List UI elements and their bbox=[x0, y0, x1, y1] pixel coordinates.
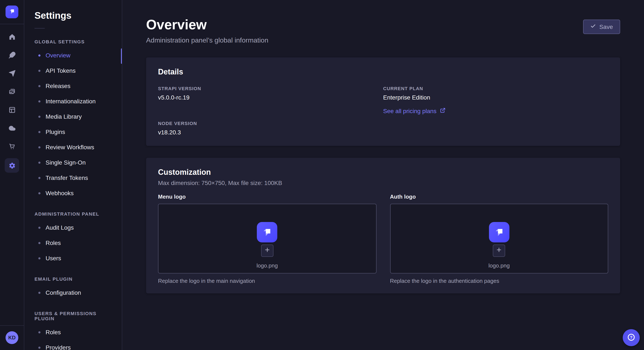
sidebar-item-label: Review Workflows bbox=[46, 144, 94, 151]
help-question-icon: ? bbox=[627, 333, 636, 343]
cloud-icon[interactable] bbox=[6, 122, 18, 134]
sidebar-item-releases[interactable]: Releases bbox=[24, 78, 122, 94]
bullet-icon bbox=[38, 192, 40, 194]
email-plugin-list: Configuration bbox=[24, 285, 122, 300]
plus-icon bbox=[496, 247, 502, 254]
auth-logo-add-button[interactable] bbox=[493, 245, 505, 257]
active-item-indicator bbox=[121, 48, 122, 64]
icon-rail: KD bbox=[0, 0, 24, 350]
save-button-label: Save bbox=[599, 23, 613, 30]
bullet-icon bbox=[38, 85, 40, 87]
sidebar-item-label: Audit Logs bbox=[46, 224, 74, 231]
page-subtitle: Administration panel’s global informatio… bbox=[146, 37, 268, 44]
bullet-icon bbox=[38, 100, 40, 102]
sidebar-item-up-providers[interactable]: Providers bbox=[24, 340, 122, 350]
current-plan-field: CURRENT PLAN Enterprise Edition bbox=[383, 86, 608, 101]
sidebar-item-label: Webhooks bbox=[46, 190, 74, 196]
customization-card: Customization Max dimension: 750×750, Ma… bbox=[146, 158, 620, 293]
sidebar-item-label: Media Library bbox=[46, 113, 82, 120]
svg-text:?: ? bbox=[630, 335, 632, 339]
rail-bottom: KD bbox=[0, 325, 24, 350]
feather-icon[interactable] bbox=[6, 48, 18, 61]
pricing-plans-link[interactable]: See all pricing plans bbox=[383, 108, 446, 114]
sidebar-item-review-workflows[interactable]: Review Workflows bbox=[24, 140, 122, 155]
sidebar-item-label: Single Sign-On bbox=[46, 159, 86, 166]
auth-logo-caption: Replace the logo in the authentication p… bbox=[390, 278, 608, 284]
details-card-title: Details bbox=[158, 68, 608, 77]
bullet-icon bbox=[38, 177, 40, 179]
paper-plane-icon[interactable] bbox=[6, 67, 18, 80]
bullet-icon bbox=[38, 161, 40, 164]
strapi-logo-icon bbox=[8, 7, 16, 16]
sidebar-item-admin-users[interactable]: Users bbox=[24, 250, 122, 266]
users-permissions-list: Roles Providers bbox=[24, 325, 122, 350]
page-title: Overview bbox=[146, 17, 268, 33]
menu-logo-label: Menu logo bbox=[158, 193, 376, 200]
home-icon[interactable] bbox=[6, 30, 18, 43]
menu-logo-upload: Menu logo bbox=[158, 193, 376, 284]
auth-logo-dropzone[interactable]: logo.png bbox=[390, 204, 608, 273]
menu-logo-image bbox=[257, 222, 278, 242]
app-window: KD Settings GLOBAL SETTINGS Overview API… bbox=[0, 0, 644, 350]
settings-gear-icon[interactable] bbox=[5, 158, 19, 173]
bullet-icon bbox=[38, 292, 40, 294]
details-right-column: CURRENT PLAN Enterprise Edition See all … bbox=[383, 86, 608, 136]
sidebar-item-webhooks[interactable]: Webhooks bbox=[24, 185, 122, 201]
bullet-icon bbox=[38, 242, 40, 244]
sidebar-item-label: Internationalization bbox=[46, 98, 96, 105]
bullet-icon bbox=[38, 70, 40, 72]
administration-panel-list: Audit Logs Roles Users bbox=[24, 220, 122, 266]
sidebar-item-transfer-tokens[interactable]: Transfer Tokens bbox=[24, 170, 122, 185]
sidebar-item-overview[interactable]: Overview bbox=[24, 48, 122, 63]
sidebar-item-label: Roles bbox=[46, 239, 61, 246]
settings-sidebar: Settings GLOBAL SETTINGS Overview API To… bbox=[24, 0, 122, 350]
current-plan-value: Enterprise Edition bbox=[383, 94, 608, 101]
bullet-icon bbox=[38, 146, 40, 148]
menu-logo-dropzone[interactable]: logo.png bbox=[158, 204, 376, 273]
layout-icon[interactable] bbox=[6, 103, 18, 116]
bullet-icon bbox=[38, 257, 40, 259]
sidebar-item-label: Providers bbox=[46, 344, 71, 350]
section-header-global-settings: GLOBAL SETTINGS bbox=[34, 39, 112, 44]
sidebar-item-api-tokens[interactable]: API Tokens bbox=[24, 63, 122, 78]
sidebar-item-label: Plugins bbox=[46, 128, 65, 135]
node-version-label: NODE VERSION bbox=[158, 121, 383, 126]
avatar[interactable]: KD bbox=[6, 331, 18, 344]
menu-logo-add-button[interactable] bbox=[261, 245, 274, 257]
sidebar-item-single-sign-on[interactable]: Single Sign-On bbox=[24, 155, 122, 170]
sidebar-item-up-roles[interactable]: Roles bbox=[24, 325, 122, 340]
sidebar-item-admin-roles[interactable]: Roles bbox=[24, 235, 122, 250]
page-header: Overview Administration panel’s global i… bbox=[122, 0, 644, 44]
sidebar-item-label: Overview bbox=[46, 52, 70, 59]
external-link-icon bbox=[440, 108, 446, 114]
sidebar-item-audit-logs[interactable]: Audit Logs bbox=[24, 220, 122, 235]
media-library-icon[interactable] bbox=[6, 85, 18, 98]
sidebar-item-media-library[interactable]: Media Library bbox=[24, 109, 122, 124]
strapi-version-value: v5.0.0-rc.19 bbox=[158, 94, 383, 101]
marketplace-cart-icon[interactable] bbox=[6, 140, 18, 153]
bullet-icon bbox=[38, 347, 40, 349]
section-header-email-plugin: EMAIL PLUGIN bbox=[34, 276, 112, 282]
details-card: Details STRAPI VERSION v5.0.0-rc.19 NODE… bbox=[146, 57, 620, 146]
save-button[interactable]: Save bbox=[583, 19, 620, 34]
plus-icon bbox=[264, 247, 270, 254]
node-version-value: v18.20.3 bbox=[158, 129, 383, 136]
sidebar-item-email-configuration[interactable]: Configuration bbox=[24, 285, 122, 300]
title-divider bbox=[34, 28, 45, 28]
bullet-icon bbox=[38, 331, 40, 333]
sidebar-item-internationalization[interactable]: Internationalization bbox=[24, 94, 122, 109]
sidebar-item-plugins[interactable]: Plugins bbox=[24, 124, 122, 140]
strapi-logo-button[interactable] bbox=[6, 5, 18, 18]
menu-logo-filename: logo.png bbox=[256, 262, 278, 269]
rail-nav bbox=[0, 24, 24, 325]
bullet-icon bbox=[38, 226, 40, 229]
help-button[interactable]: ? bbox=[623, 329, 640, 346]
auth-logo-image bbox=[489, 222, 510, 242]
strapi-logo-icon bbox=[261, 226, 273, 238]
details-grid: STRAPI VERSION v5.0.0-rc.19 NODE VERSION… bbox=[158, 86, 608, 136]
sidebar-item-label: Releases bbox=[46, 82, 70, 89]
check-icon bbox=[590, 23, 596, 30]
sidebar-item-label: API Tokens bbox=[46, 67, 76, 74]
customization-title: Customization bbox=[158, 168, 608, 177]
strapi-version-field: STRAPI VERSION v5.0.0-rc.19 bbox=[158, 86, 383, 101]
